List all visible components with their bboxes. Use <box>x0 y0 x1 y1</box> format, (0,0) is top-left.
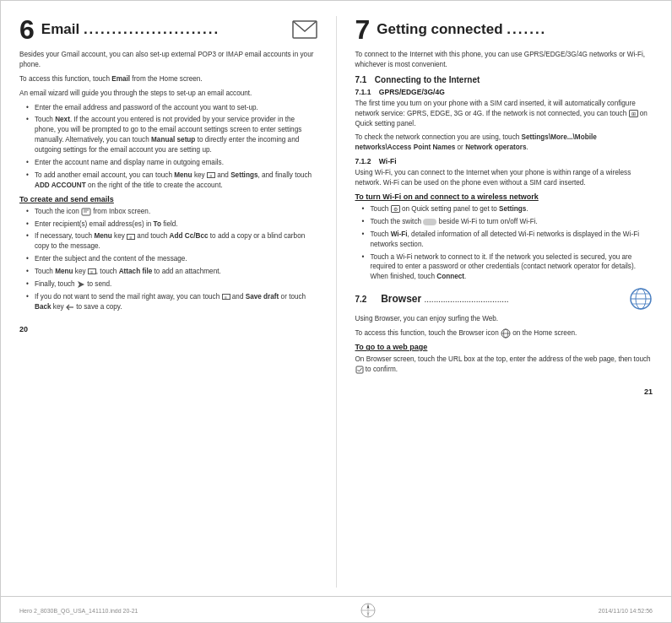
bullet-item: Touch ⚙ on Quick setting panel to get to… <box>362 204 653 214</box>
page-footer: Hero 2_8030B_QG_USA_141110.indd 20-21 20… <box>1 596 671 622</box>
bullet-item: Enter the email address and password of … <box>26 103 317 113</box>
browser-intro: Using Browser, you can enjoy surfing the… <box>355 314 653 324</box>
bullet-item: If you do not want to send the mail righ… <box>26 292 317 312</box>
bullet-item: To add another email account, you can to… <box>26 171 317 191</box>
chapter-number-6: 6 <box>19 16 35 43</box>
webpage-body: On Browser screen, touch the URL box at … <box>355 355 653 375</box>
section-72-header: 7.2 Browser ............................… <box>355 287 653 311</box>
svg-rect-14 <box>356 366 363 373</box>
compose-icon <box>81 208 91 216</box>
chapter-header-connect: 7 Getting connected ....... <box>355 16 653 43</box>
browser-body: To access this function, touch the Brows… <box>355 328 653 339</box>
create-send-subhead: To create and send emails <box>19 195 317 203</box>
chapter-header-email: 6 Email ........................ <box>19 16 317 43</box>
page-container: 6 Email ........................ Besides… <box>0 0 672 623</box>
section-711-body: The first time you turn on your phone wi… <box>355 99 653 129</box>
confirm-icon <box>355 366 364 374</box>
webpage-subhead: To go to a web page <box>355 343 653 351</box>
chapter-title-email: Email ........................ <box>41 21 285 38</box>
create-bullets: Touch the icon from Inbox screen. Enter … <box>26 207 317 312</box>
email-intro-3: An email wizard will guide you through t… <box>19 89 317 99</box>
section-712-header: 7.1.2 Wi-Fi <box>355 157 653 165</box>
bullet-item: Touch a Wi-Fi network to connect to it. … <box>362 252 653 283</box>
globe-icon <box>629 287 653 311</box>
bullet-item: Enter recipient(s) email address(es) in … <box>26 219 317 230</box>
bullet-item: Touch Menu key ≡, touch Attach file to a… <box>26 267 317 277</box>
envelope-icon <box>292 20 317 39</box>
chapter-title-connect: Getting connected ....... <box>377 21 653 38</box>
svg-marker-4 <box>78 281 84 288</box>
back-icon <box>66 304 74 311</box>
footer-date: 2014/11/10 14:52:56 <box>599 608 653 614</box>
bullet-item: Touch the switch beside Wi-Fi to turn on… <box>362 217 653 227</box>
bullet-item: Touch the icon from Inbox screen. <box>26 207 317 217</box>
bullet-item: Touch Next. If the account you entered i… <box>26 115 317 155</box>
wifi-subhead: To turn Wi-Fi on and connect to a wirele… <box>355 192 653 201</box>
chapter-number-7: 7 <box>355 16 371 43</box>
page-number-right: 21 <box>644 387 653 396</box>
email-intro-2: To access this function, touch Email fro… <box>19 74 317 84</box>
send-icon <box>77 280 85 289</box>
column-divider <box>336 16 337 588</box>
compass-decoration <box>360 602 377 619</box>
right-column: 7 Getting connected ....... To connect t… <box>355 16 653 588</box>
connect-intro: To connect to the Internet with this pho… <box>355 50 653 70</box>
bullet-item: Enter the subject and the content of the… <box>26 254 317 264</box>
page-number-left: 20 <box>19 325 28 333</box>
section-711-body2: To check the network connection you are … <box>355 133 653 153</box>
footer-file: Hero 2_8030B_QG_USA_141110.indd 20-21 <box>19 608 138 614</box>
section-712-intro: Using Wi-Fi, you can connect to the Inte… <box>355 168 653 188</box>
section-711-header: 7.1.1 GPRS/EDGE/3G/4G <box>355 88 653 96</box>
main-content: 6 Email ........................ Besides… <box>1 1 671 596</box>
bullet-item: Finally, touch to send. <box>26 279 317 290</box>
wifi-bullets: Touch ⚙ on Quick setting panel to get to… <box>362 204 653 282</box>
browser-icon <box>501 328 511 339</box>
section-72-title: Browser ................................… <box>381 293 624 305</box>
left-column: 6 Email ........................ Besides… <box>19 16 317 588</box>
bullet-item: Enter the account name and display name … <box>26 158 317 168</box>
setup-bullets: Enter the email address and password of … <box>26 103 317 191</box>
bullet-item: If necessary, touch Menu key ≡ and touch… <box>26 231 317 252</box>
email-intro-1: Besides your Gmail account, you can also… <box>19 50 317 70</box>
bullet-item: Touch Wi-Fi, detailed information of all… <box>362 230 653 250</box>
section-71-header: 7.1 Connecting to the Internet <box>355 75 653 84</box>
